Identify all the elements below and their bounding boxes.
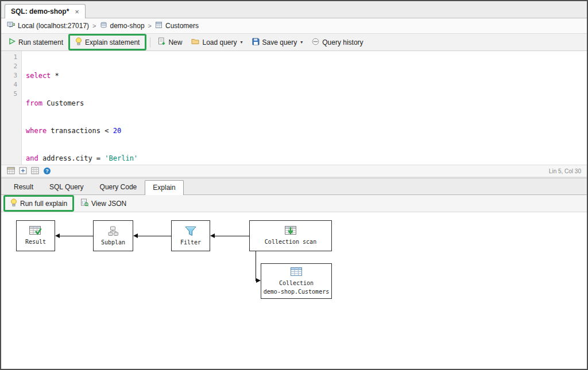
line-number-gutter: 1 2 3 4 5: [1, 51, 22, 165]
query-toolbar: Run statement Explain statement New Load…: [1, 34, 587, 51]
document-tabbar: SQL: demo-shop* ×: [1, 1, 587, 18]
history-icon: [312, 38, 319, 47]
chevron-down-icon: ▾: [300, 40, 303, 45]
code-line[interactable]: where transactions < 20: [22, 126, 587, 135]
arrowhead-to-subplan: [133, 233, 138, 238]
code-line[interactable]: select *: [22, 71, 587, 80]
diagram-node-label: Collection: [279, 280, 314, 287]
tab-result[interactable]: Result: [6, 180, 41, 194]
run-icon: [9, 38, 16, 46]
result-panel-tabs: Result SQL Query Query Code Explain: [1, 178, 587, 195]
diagram-node-subplan[interactable]: Subplan: [93, 220, 133, 251]
line-number: 2: [1, 62, 17, 71]
result-table-check-icon: [29, 226, 42, 237]
svg-text:{}: {}: [82, 200, 86, 205]
arrow-line-subplan-result: [60, 236, 93, 236]
sql-keyword: from: [26, 99, 42, 107]
code-area[interactable]: select * from Customers where transactio…: [22, 51, 587, 165]
explain-statement-button[interactable]: Explain statement: [71, 36, 144, 49]
sql-text: Customers: [42, 99, 84, 107]
connection-icon: [7, 21, 15, 30]
breadcrumb-database-label: demo-shop: [110, 22, 145, 30]
close-icon[interactable]: ×: [75, 8, 79, 15]
lightbulb-icon: [75, 37, 82, 47]
diagram-node-collection-scan[interactable]: Collection scan: [249, 220, 332, 251]
lightbulb-icon: [10, 198, 17, 208]
editor-table-option-icon[interactable]: [31, 167, 40, 175]
code-line[interactable]: and address.city = 'Berlin': [22, 154, 587, 163]
code-line[interactable]: from Customers: [22, 99, 587, 108]
sql-string: 'Berlin': [105, 154, 138, 162]
query-history-label: Query history: [322, 38, 363, 46]
chevron-down-icon: ▾: [241, 40, 243, 45]
annotation-highlight-explain: Explain statement: [68, 34, 146, 50]
elbow-vertical-line: [256, 251, 256, 281]
editor-statusbar: ? Lin 5, Col 30: [1, 165, 587, 177]
filter-funnel-icon: [184, 226, 197, 237]
diagram-node-label: Filter: [180, 239, 201, 246]
new-document-icon: [158, 37, 165, 47]
app-window: SQL: demo-shop* × Local (localhost:27017…: [0, 0, 588, 370]
subplan-icon: [107, 226, 119, 237]
query-history-button[interactable]: Query history: [308, 36, 367, 49]
save-query-label: Save query: [262, 38, 297, 46]
line-number: 1: [1, 53, 17, 62]
explain-diagram: Result Subplan Filter Collection scan: [1, 212, 587, 369]
arrow-line-filter-subplan: [138, 236, 171, 236]
diagram-node-sublabel: demo-shop.Customers: [264, 289, 329, 295]
line-number: 3: [1, 71, 17, 80]
editor-expand-option-icon[interactable]: [19, 167, 28, 175]
diagram-node-result[interactable]: Result: [16, 220, 55, 251]
document-tab-sql-demo-shop[interactable]: SQL: demo-shop* ×: [5, 4, 86, 18]
database-icon: [100, 21, 107, 30]
view-json-label: View JSON: [91, 200, 126, 208]
editor-grid-option-icon[interactable]: [7, 167, 16, 175]
arrow-line-scan-filter: [215, 236, 249, 236]
load-query-button[interactable]: Load query ▾: [187, 36, 246, 48]
arrowhead-to-collection: [256, 278, 261, 283]
run-full-explain-label: Run full explain: [20, 200, 67, 208]
new-query-button[interactable]: New: [154, 36, 186, 49]
document-tab-label: SQL: demo-shop*: [11, 7, 69, 15]
sql-keyword: and: [26, 154, 38, 162]
breadcrumb: Local (localhost:27017) > demo-shop > Cu…: [1, 18, 587, 34]
view-json-icon: {}: [80, 198, 88, 208]
sql-text: address.city =: [38, 154, 105, 162]
run-full-explain-button[interactable]: Run full explain: [6, 197, 71, 210]
tab-query-code[interactable]: Query Code: [92, 180, 145, 194]
breadcrumb-connection[interactable]: Local (localhost:27017): [7, 21, 89, 30]
tab-sql-query[interactable]: SQL Query: [41, 180, 92, 194]
collection-table-icon: [290, 267, 303, 278]
arrowhead-to-filter: [210, 233, 215, 238]
sql-editor[interactable]: 1 2 3 4 5 select * from Customers where …: [1, 51, 587, 165]
collection-scan-icon: [284, 226, 297, 237]
run-statement-button[interactable]: Run statement: [5, 36, 67, 48]
help-icon[interactable]: ?: [43, 167, 52, 175]
svg-text:?: ?: [45, 168, 49, 174]
arrowhead-to-result: [55, 233, 60, 238]
breadcrumb-database[interactable]: demo-shop: [100, 21, 145, 30]
breadcrumb-collection[interactable]: Customers: [155, 21, 199, 30]
sql-text: *: [51, 72, 59, 80]
breadcrumb-separator: >: [92, 22, 96, 29]
diagram-node-label: Subplan: [101, 239, 125, 246]
view-json-button[interactable]: {} View JSON: [76, 197, 130, 210]
diagram-node-label: Collection scan: [265, 239, 316, 246]
explain-toolbar: Run full explain {} View JSON: [1, 195, 587, 212]
breadcrumb-connection-label: Local (localhost:27017): [18, 22, 89, 30]
breadcrumb-collection-label: Customers: [165, 22, 199, 30]
diagram-node-label: Result: [25, 239, 46, 246]
collection-icon: [155, 21, 163, 30]
diagram-node-collection[interactable]: Collection demo-shop.Customers: [261, 263, 332, 299]
explain-statement-label: Explain statement: [85, 38, 140, 46]
folder-icon: [191, 38, 199, 46]
sql-keyword: select: [26, 72, 51, 80]
sql-number: 20: [113, 127, 121, 135]
save-query-button[interactable]: Save query ▾: [248, 36, 307, 49]
tab-explain[interactable]: Explain: [145, 180, 183, 195]
load-query-label: Load query: [202, 38, 237, 46]
annotation-highlight-run-full-explain: Run full explain: [3, 195, 74, 212]
line-number: 4: [1, 80, 17, 89]
line-number: 5: [1, 89, 17, 99]
diagram-node-filter[interactable]: Filter: [171, 220, 210, 251]
